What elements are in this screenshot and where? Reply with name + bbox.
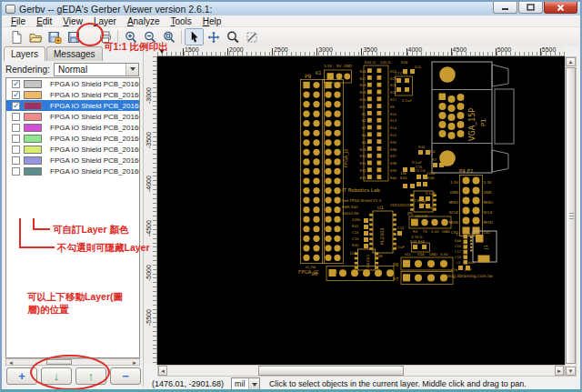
layer-visibility-checkbox[interactable] xyxy=(12,146,20,154)
toolbar-new-button[interactable] xyxy=(6,28,25,45)
layer-list: ✓FPGA IO Shield PCB_20160225-✓FPGA IO Sh… xyxy=(5,77,140,358)
layer-visibility-checkbox[interactable] xyxy=(12,124,20,132)
scrollbar-thumb[interactable] xyxy=(566,67,576,364)
layer-name: FPGA IO Shield PCB_20160225- xyxy=(50,113,139,121)
layer-visibility-checkbox[interactable] xyxy=(12,156,20,165)
toolbar-print-button[interactable] xyxy=(95,28,115,45)
layer-row[interactable]: ✓FPGA IO Shield PCB_20160225- xyxy=(6,100,139,111)
menu-tools[interactable]: Tools xyxy=(165,16,196,26)
menu-view[interactable]: View xyxy=(57,16,88,26)
layer-color-swatch[interactable] xyxy=(24,156,42,165)
layer-visibility-checkbox[interactable] xyxy=(12,113,20,121)
svg-text:0 Ω: 0 Ω xyxy=(429,149,436,154)
ruler-corner xyxy=(145,46,157,56)
close-button[interactable] xyxy=(544,2,577,14)
maximize-button[interactable] xyxy=(518,2,543,14)
layer-color-swatch[interactable] xyxy=(24,146,42,154)
toolbar-zoom-in-button[interactable] xyxy=(121,28,140,45)
chevron-down-icon[interactable] xyxy=(125,64,138,75)
svg-text:R14: R14 xyxy=(390,126,397,130)
chevron-down-icon[interactable] xyxy=(248,378,259,389)
toolbar-zoom-tool-button[interactable] xyxy=(223,28,242,45)
toolbar-zoom-out-button[interactable] xyxy=(140,28,159,45)
tab-messages[interactable]: Messages xyxy=(46,46,103,61)
toolbar-pointer-button[interactable] xyxy=(185,28,204,45)
svg-text:3.3V: 3.3V xyxy=(450,180,458,185)
layer-visibility-checkbox[interactable]: ✓ xyxy=(12,91,20,99)
unit-dropdown[interactable]: mil xyxy=(231,377,260,390)
svg-text:R35: R35 xyxy=(390,141,396,145)
svg-text:24LC02: 24LC02 xyxy=(366,254,370,268)
layer-list-hscrollbar[interactable]: ◄ ► xyxy=(5,358,140,366)
scroll-left-icon[interactable]: ◄ xyxy=(158,366,167,376)
move-layer-up-button[interactable]: ↑ xyxy=(75,367,106,385)
svg-text:R33: R33 xyxy=(359,176,366,180)
svg-text:3.3V: 3.3V xyxy=(440,252,448,256)
toolbar-save-button[interactable] xyxy=(64,28,83,45)
menu-file[interactable]: File xyxy=(5,16,31,26)
layer-color-swatch[interactable] xyxy=(24,167,42,176)
scrollbar-thumb[interactable] xyxy=(258,366,404,376)
svg-text:3.3V: 3.3V xyxy=(484,180,492,185)
toolbar-zoom-fit-button[interactable] xyxy=(159,28,178,45)
scrollbar-thumb[interactable] xyxy=(46,359,72,365)
layer-row[interactable]: FPGA IO Shield PCB_20160225- xyxy=(6,122,139,133)
open-folder-icon xyxy=(28,30,43,45)
layer-row[interactable]: FPGA IO Shield PCB_20160225. xyxy=(6,155,139,166)
menu-help[interactable]: Help xyxy=(197,16,227,26)
layer-color-swatch[interactable] xyxy=(24,124,42,132)
layer-color-swatch[interactable] xyxy=(24,102,42,110)
scroll-down-icon[interactable]: ▼ xyxy=(566,367,576,376)
svg-text:R7: R7 xyxy=(432,157,437,162)
toolbar-pan-button[interactable] xyxy=(204,28,223,45)
layer-visibility-checkbox[interactable]: ✓ xyxy=(12,80,20,88)
layer-row[interactable]: FPGA IO Shield PCB_20160225- xyxy=(6,166,139,176)
layer-visibility-checkbox[interactable]: ✓ xyxy=(12,102,20,110)
layer-row[interactable]: ✓FPGA IO Shield PCB_20160225- xyxy=(6,89,139,100)
layer-color-swatch[interactable] xyxy=(24,135,42,143)
svg-text:220k: 220k xyxy=(352,217,361,222)
toolbar-save-as-button[interactable] xyxy=(45,28,64,45)
menu-layer[interactable]: Layer xyxy=(88,16,122,26)
scroll-up-icon[interactable]: ▲ xyxy=(566,57,576,66)
toolbar-separator xyxy=(178,28,185,45)
layer-color-swatch[interactable] xyxy=(24,113,42,121)
svg-text:P1: P1 xyxy=(480,118,487,126)
layer-row[interactable]: FPGA IO Shield PCB_20160225- xyxy=(6,133,139,144)
minimize-button[interactable] xyxy=(493,2,517,14)
layer-row[interactable]: FPGA IO Shield PCB_20160225- xyxy=(6,111,139,122)
svg-text:R42: R42 xyxy=(352,243,359,247)
canvas-vscrollbar[interactable]: ▲ ▼ xyxy=(565,56,577,377)
svg-text:SCLK: SCLK xyxy=(449,210,459,215)
svg-text:FPGA_J1: FPGA_J1 xyxy=(343,149,349,167)
svg-text:0.1uF: 0.1uF xyxy=(426,191,436,196)
svg-text:R28: R28 xyxy=(401,60,408,65)
layer-visibility-checkbox[interactable] xyxy=(12,135,20,143)
svg-text:P7: P7 xyxy=(393,276,398,282)
svg-text:R38: R38 xyxy=(390,162,397,166)
new-file-icon xyxy=(9,30,24,45)
svg-text:220 Ω: 220 Ω xyxy=(380,60,390,65)
tab-layers[interactable]: Layers xyxy=(4,46,45,61)
layer-row[interactable]: FPGA IO Shield PCB_20160225- xyxy=(6,144,139,155)
scroll-right-icon[interactable]: ► xyxy=(555,366,564,376)
menu-analyze[interactable]: Analyze xyxy=(122,16,166,26)
layer-color-swatch[interactable] xyxy=(24,91,42,99)
menu-edit[interactable]: Edit xyxy=(31,16,57,26)
layer-color-swatch[interactable] xyxy=(24,80,42,88)
scroll-left-icon[interactable]: ◄ xyxy=(8,360,14,366)
add-layer-button[interactable]: + xyxy=(6,367,37,385)
gerber-canvas[interactable]: R16R17R18R19R20R21R1R2R3R4R5R29R30R31R32… xyxy=(157,56,565,365)
svg-text:L1: L1 xyxy=(457,261,460,265)
layer-row[interactable]: ✓FPGA IO Shield PCB_20160225- xyxy=(6,78,139,89)
toolbar-measure-button[interactable] xyxy=(242,28,261,45)
remove-layer-button[interactable]: − xyxy=(110,367,141,385)
layer-visibility-checkbox[interactable] xyxy=(12,167,20,176)
canvas-hscrollbar[interactable]: ◄ ► xyxy=(157,365,565,377)
svg-text:50Ω: 50Ω xyxy=(439,163,447,167)
rendering-dropdown[interactable]: Normal xyxy=(54,63,139,76)
scroll-right-icon[interactable]: ► xyxy=(132,360,137,366)
move-layer-down-button[interactable]: ↓ xyxy=(41,367,72,385)
toolbar-separator xyxy=(115,28,121,45)
toolbar-open-button[interactable] xyxy=(25,28,45,45)
